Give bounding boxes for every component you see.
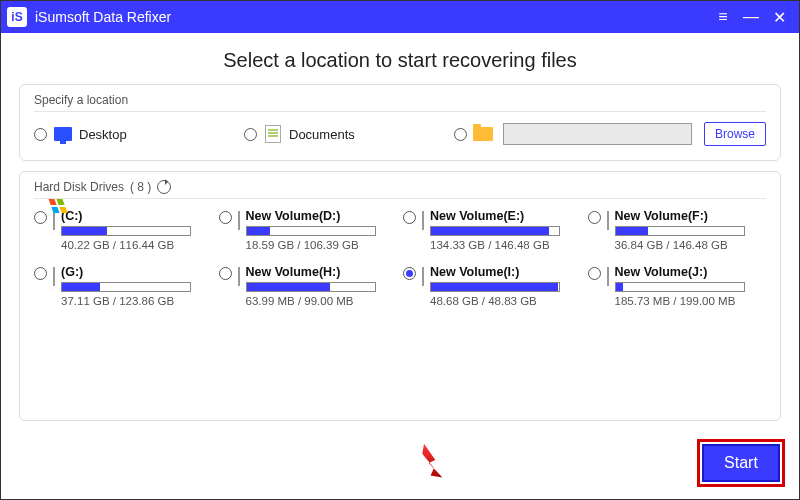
drive-icon xyxy=(422,211,424,230)
usage-bar xyxy=(615,226,745,236)
drive-name: New Volume(E:) xyxy=(430,209,582,223)
drive-item[interactable]: New Volume(J:)185.73 MB / 199.00 MB xyxy=(588,265,767,307)
usage-bar xyxy=(430,226,560,236)
app-window: iS iSumsoft Data Refixer ≡ — ✕ Select a … xyxy=(0,0,800,500)
radio-drive[interactable] xyxy=(403,267,416,280)
radio-drive[interactable] xyxy=(219,267,232,280)
drive-item[interactable]: New Volume(I:)48.68 GB / 48.83 GB xyxy=(403,265,582,307)
usage-bar xyxy=(615,282,745,292)
drive-icon xyxy=(422,267,424,286)
usage-bar xyxy=(430,282,560,292)
drive-icon xyxy=(53,267,55,286)
app-logo-icon: iS xyxy=(7,7,27,27)
drive-name: New Volume(J:) xyxy=(615,265,767,279)
drive-icon xyxy=(53,211,55,230)
radio-drive[interactable] xyxy=(34,211,47,224)
drive-item[interactable]: New Volume(F:)36.84 GB / 146.48 GB xyxy=(588,209,767,251)
drive-icon xyxy=(238,267,240,286)
browse-button[interactable]: Browse xyxy=(704,122,766,146)
desktop-icon xyxy=(53,125,73,143)
menu-button[interactable]: ≡ xyxy=(709,8,737,26)
desktop-label: Desktop xyxy=(79,127,127,142)
start-highlight: Start xyxy=(697,439,785,487)
radio-drive[interactable] xyxy=(34,267,47,280)
minimize-button[interactable]: — xyxy=(737,8,765,26)
location-panel-title: Specify a location xyxy=(34,93,766,112)
drives-panel-title: Hard Disk Drives ( 8 ) xyxy=(34,180,766,199)
footer: Start xyxy=(1,431,799,499)
documents-icon xyxy=(263,125,283,143)
location-row: Desktop Documents Browse xyxy=(34,122,766,146)
usage-bar xyxy=(61,282,191,292)
location-desktop[interactable]: Desktop xyxy=(34,125,234,143)
drive-name: (C:) xyxy=(61,209,213,223)
app-title: iSumsoft Data Refixer xyxy=(35,9,709,25)
drives-panel: Hard Disk Drives ( 8 ) (C:)40.22 GB / 11… xyxy=(19,171,781,421)
drive-name: New Volume(D:) xyxy=(246,209,398,223)
drive-size: 40.22 GB / 116.44 GB xyxy=(61,239,213,251)
drives-grid: (C:)40.22 GB / 116.44 GBNew Volume(D:)18… xyxy=(34,209,766,307)
drives-count: ( 8 ) xyxy=(130,180,151,194)
usage-bar xyxy=(246,282,376,292)
drive-size: 134.33 GB / 146.48 GB xyxy=(430,239,582,251)
drive-size: 37.11 GB / 123.86 GB xyxy=(61,295,213,307)
refresh-icon[interactable] xyxy=(157,180,171,194)
drive-size: 63.99 MB / 99.00 MB xyxy=(246,295,398,307)
drive-item[interactable]: (G:)37.11 GB / 123.86 GB xyxy=(34,265,213,307)
location-documents[interactable]: Documents xyxy=(244,125,444,143)
title-bar: iS iSumsoft Data Refixer ≡ — ✕ xyxy=(1,1,799,33)
radio-custom[interactable] xyxy=(454,128,467,141)
drive-name: (G:) xyxy=(61,265,213,279)
drive-size: 18.59 GB / 106.39 GB xyxy=(246,239,398,251)
start-button[interactable]: Start xyxy=(702,444,780,482)
drive-item[interactable]: New Volume(E:)134.33 GB / 146.48 GB xyxy=(403,209,582,251)
drive-size: 36.84 GB / 146.48 GB xyxy=(615,239,767,251)
usage-bar xyxy=(246,226,376,236)
custom-path-input[interactable] xyxy=(503,123,692,145)
drive-item[interactable]: New Volume(D:)18.59 GB / 106.39 GB xyxy=(219,209,398,251)
drive-name: New Volume(H:) xyxy=(246,265,398,279)
location-panel: Specify a location Desktop Documents Bro… xyxy=(19,84,781,161)
radio-desktop[interactable] xyxy=(34,128,47,141)
radio-documents[interactable] xyxy=(244,128,257,141)
drive-size: 185.73 MB / 199.00 MB xyxy=(615,295,767,307)
drive-item[interactable]: New Volume(H:)63.99 MB / 99.00 MB xyxy=(219,265,398,307)
radio-drive[interactable] xyxy=(219,211,232,224)
radio-drive[interactable] xyxy=(588,211,601,224)
location-custom[interactable]: Browse xyxy=(454,122,766,146)
close-button[interactable]: ✕ xyxy=(765,8,793,27)
drives-title-text: Hard Disk Drives xyxy=(34,180,124,194)
usage-bar xyxy=(61,226,191,236)
drive-item[interactable]: (C:)40.22 GB / 116.44 GB xyxy=(34,209,213,251)
documents-label: Documents xyxy=(289,127,355,142)
drive-name: New Volume(F:) xyxy=(615,209,767,223)
radio-drive[interactable] xyxy=(588,267,601,280)
radio-drive[interactable] xyxy=(403,211,416,224)
drive-icon xyxy=(238,211,240,230)
drive-name: New Volume(I:) xyxy=(430,265,582,279)
drive-icon xyxy=(607,211,609,230)
page-heading: Select a location to start recovering fi… xyxy=(1,33,799,84)
drive-icon xyxy=(607,267,609,286)
folder-icon xyxy=(473,125,493,143)
drive-size: 48.68 GB / 48.83 GB xyxy=(430,295,582,307)
